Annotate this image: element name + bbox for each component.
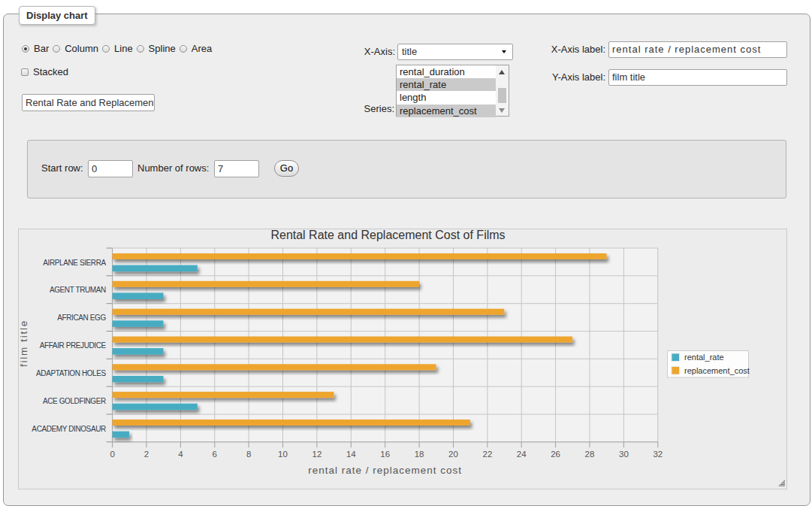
svg-text:AFFAIR PREJUDICE: AFFAIR PREJUDICE — [40, 341, 107, 350]
svg-text:AGENT TRUMAN: AGENT TRUMAN — [50, 286, 106, 294]
svg-text:film title: film title — [18, 320, 29, 367]
svg-text:16: 16 — [380, 450, 390, 459]
svg-text:AIRPLANE SIERRA: AIRPLANE SIERRA — [43, 259, 106, 267]
svg-text:28: 28 — [585, 450, 595, 459]
svg-text:ACADEMY DINOSAUR: ACADEMY DINOSAUR — [32, 425, 106, 433]
svg-text:replacement_cost: replacement_cost — [684, 366, 750, 375]
svg-text:4: 4 — [178, 450, 183, 459]
svg-text:18: 18 — [415, 450, 424, 459]
svg-text:2: 2 — [144, 450, 149, 459]
svg-text:22: 22 — [483, 450, 493, 459]
svg-text:8: 8 — [246, 450, 251, 459]
svg-text:32: 32 — [653, 450, 663, 459]
svg-text:12: 12 — [312, 450, 322, 459]
svg-text:26: 26 — [551, 450, 560, 459]
svg-text:30: 30 — [619, 450, 629, 459]
svg-text:ACE GOLDFINGER: ACE GOLDFINGER — [43, 397, 106, 405]
svg-text:ADAPTATION HOLES: ADAPTATION HOLES — [36, 369, 106, 377]
svg-text:rental rate / replacement cost: rental rate / replacement cost — [308, 465, 462, 476]
svg-text:Rental Rate and Replacement Co: Rental Rate and Replacement Cost of Film… — [270, 229, 505, 241]
svg-text:6: 6 — [213, 450, 217, 459]
svg-text:AFRICAN EGG: AFRICAN EGG — [57, 314, 106, 322]
svg-text:20: 20 — [448, 450, 458, 459]
svg-text:rental_rate: rental_rate — [684, 353, 724, 362]
svg-text:14: 14 — [346, 450, 356, 459]
svg-text:10: 10 — [278, 450, 288, 459]
svg-text:24: 24 — [517, 450, 527, 459]
svg-text:0: 0 — [110, 450, 114, 459]
